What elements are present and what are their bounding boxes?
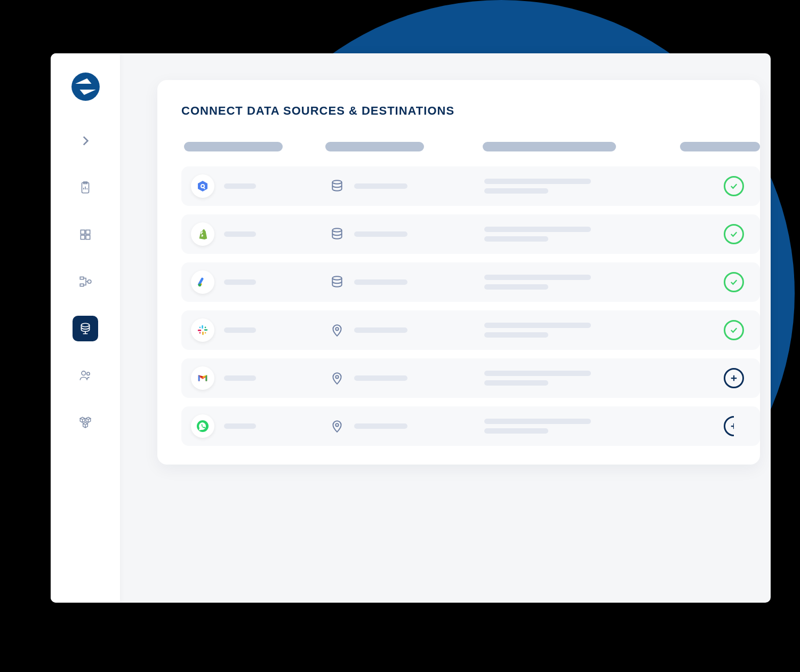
connection-row[interactable]: [181, 406, 760, 446]
placeholder-bar: [484, 380, 548, 386]
column-header-placeholder: [325, 142, 424, 151]
placeholder-bar: [224, 375, 256, 381]
sidebar-item-packages[interactable]: [73, 410, 98, 435]
placeholder-bar: [484, 371, 591, 376]
shopify-icon: [191, 222, 214, 246]
svg-point-11: [87, 372, 90, 375]
panel-title: CONNECT DATA SOURCES & DESTINATIONS: [181, 104, 760, 118]
placeholder-bar: [354, 231, 407, 237]
svg-rect-3: [86, 230, 90, 234]
svg-point-14: [202, 185, 204, 187]
brand-logo: [71, 72, 100, 101]
svg-rect-6: [80, 277, 84, 279]
placeholder-bar: [484, 332, 548, 338]
status-ok-icon[interactable]: [724, 272, 744, 292]
svg-rect-2: [81, 230, 85, 234]
sidebar: [51, 53, 120, 603]
svg-rect-7: [80, 284, 84, 286]
svg-point-8: [87, 280, 91, 284]
placeholder-bar: [484, 284, 548, 290]
connection-row[interactable]: [181, 166, 760, 206]
sidebar-item-apps[interactable]: [73, 222, 98, 247]
main-content: CONNECT DATA SOURCES & DESTINATIONS: [120, 53, 771, 603]
svg-rect-22: [202, 325, 203, 329]
placeholder-bar: [224, 423, 256, 429]
status-ok-icon[interactable]: [724, 320, 744, 340]
app-window: CONNECT DATA SOURCES & DESTINATIONS: [51, 53, 771, 603]
bigquery-icon: [191, 174, 214, 198]
placeholder-bar: [354, 327, 407, 333]
status-ok-icon[interactable]: [724, 224, 744, 244]
placeholder-bar: [484, 419, 591, 424]
svg-point-26: [199, 327, 201, 329]
svg-rect-25: [198, 330, 201, 331]
placeholder-bar: [354, 279, 407, 285]
svg-rect-4: [81, 235, 85, 239]
gmail-icon: [191, 366, 214, 390]
connection-rows: [181, 166, 760, 446]
placeholder-bar: [484, 323, 591, 328]
placeholder-bar: [224, 279, 256, 285]
svg-point-21: [332, 276, 341, 280]
database-icon: [330, 227, 345, 241]
placeholder-bar: [224, 327, 256, 333]
connection-row[interactable]: [181, 310, 760, 350]
sidebar-expand-toggle[interactable]: [73, 128, 98, 154]
sidebar-item-connections[interactable]: [73, 316, 98, 341]
placeholder-bar: [224, 231, 256, 237]
slack-icon: [191, 318, 214, 342]
placeholder-bar: [484, 428, 548, 434]
svg-rect-24: [202, 332, 204, 335]
status-add-icon[interactable]: [724, 416, 744, 436]
connection-row[interactable]: [181, 214, 760, 254]
svg-rect-31: [198, 375, 200, 381]
svg-point-28: [205, 332, 206, 334]
column-header-placeholder: [184, 142, 283, 151]
sidebar-item-pipelines[interactable]: [73, 269, 98, 294]
column-header-placeholder: [680, 142, 760, 151]
svg-rect-5: [86, 235, 90, 239]
connection-row[interactable]: [181, 358, 760, 398]
whatsapp-icon: [191, 414, 214, 438]
column-header-placeholder: [483, 142, 616, 151]
database-icon: [330, 179, 345, 193]
sidebar-item-reports[interactable]: [73, 175, 98, 201]
placeholder-bar: [484, 179, 591, 184]
placeholder-bar: [484, 227, 591, 232]
status-ok-icon[interactable]: [724, 176, 744, 196]
svg-rect-23: [204, 329, 207, 331]
svg-point-10: [82, 371, 86, 375]
svg-point-29: [199, 332, 201, 334]
placeholder-bar: [484, 188, 548, 194]
svg-point-33: [335, 375, 338, 378]
connections-panel: CONNECT DATA SOURCES & DESTINATIONS: [157, 80, 760, 465]
svg-rect-32: [206, 375, 207, 381]
placeholder-bar: [484, 275, 591, 280]
svg-point-27: [205, 327, 206, 329]
location-pin-icon: [330, 323, 345, 337]
database-icon: [330, 275, 345, 289]
placeholder-bar: [354, 375, 407, 381]
location-pin-icon: [330, 419, 345, 433]
svg-point-20: [198, 284, 202, 287]
connection-row[interactable]: [181, 262, 760, 302]
placeholder-bar: [354, 183, 407, 189]
placeholder-bar: [224, 183, 256, 189]
svg-point-9: [81, 323, 89, 327]
svg-point-30: [335, 327, 338, 330]
sidebar-item-team[interactable]: [73, 363, 98, 388]
status-add-icon[interactable]: [724, 368, 744, 388]
placeholder-bar: [484, 236, 548, 242]
svg-point-35: [335, 423, 338, 426]
svg-point-16: [332, 180, 341, 184]
google-ads-icon: [191, 270, 214, 294]
column-headers: [181, 142, 760, 151]
location-pin-icon: [330, 371, 345, 385]
placeholder-bar: [354, 423, 407, 429]
svg-point-0: [71, 73, 100, 101]
svg-point-17: [332, 228, 341, 232]
